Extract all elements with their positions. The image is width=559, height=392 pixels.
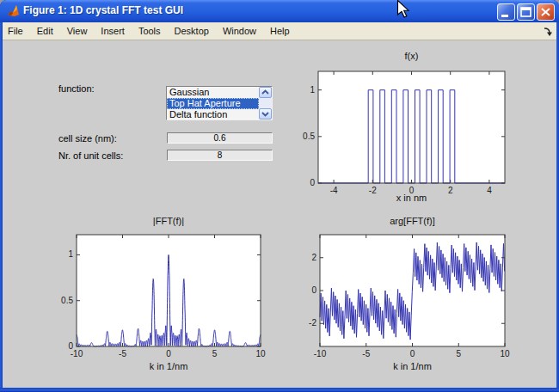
menu-item-help[interactable]: Help	[263, 24, 297, 38]
tick-label: 0	[156, 349, 181, 358]
matlab-icon	[6, 4, 20, 18]
scrollbar-track[interactable]	[259, 98, 272, 108]
tick-label: 0	[287, 285, 316, 295]
chevron-down-icon	[261, 111, 269, 117]
menu-item-view[interactable]: View	[60, 24, 95, 38]
unit-cells-label: Nr. of unit cells:	[58, 150, 123, 161]
menu-item-desktop[interactable]: Desktop	[168, 24, 216, 38]
scroll-down-button[interactable]	[259, 108, 272, 119]
menu-item-insert[interactable]: Insert	[94, 24, 132, 38]
function-label: function:	[58, 83, 95, 94]
listbox-option-top-hat-aperture[interactable]: Top Hat Aperture	[167, 98, 259, 109]
tick-label: 10	[492, 349, 518, 358]
tick-label: -10	[307, 349, 333, 358]
tick-label: 0	[400, 349, 426, 358]
minimize-icon	[499, 5, 513, 19]
tick-label: 2	[438, 186, 464, 195]
tick-label: 1	[286, 85, 315, 95]
chart-xlabel-fft-phase: k in 1/nm	[320, 361, 505, 371]
figure-window: Figure 1: 1D crystal FFT test GUI File E…	[0, 0, 559, 392]
tick-label: 0	[44, 341, 73, 351]
function-listbox[interactable]: Gaussian Top Hat Aperture Delta function	[166, 86, 273, 120]
cell-size-label: cell size (nm):	[58, 133, 117, 144]
tick-label: 5	[202, 349, 228, 358]
listbox-option-gaussian[interactable]: Gaussian	[167, 87, 259, 98]
tick-label: 0	[399, 186, 425, 195]
tick-label: 0.5	[286, 132, 315, 141]
unit-cells-input[interactable]	[167, 150, 273, 161]
dock-figure-icon[interactable]	[542, 26, 553, 37]
mouse-cursor	[396, 0, 410, 22]
menu-item-window[interactable]: Window	[216, 24, 263, 38]
tick-label: 4	[476, 186, 502, 195]
tick-label: -2	[287, 318, 316, 328]
titlebar[interactable]: Figure 1: 1D crystal FFT test GUI	[0, 0, 559, 22]
minimize-button[interactable]	[497, 3, 515, 21]
tick-label: -5	[353, 349, 379, 358]
menu-item-tools[interactable]: Tools	[132, 24, 168, 38]
chart-xlabel-fft-mag: k in 1/nm	[77, 361, 261, 371]
listbox-scrollbar[interactable]	[259, 87, 272, 119]
tick-label: -5	[110, 349, 136, 358]
tick-label: 0	[286, 178, 315, 187]
maximize-icon	[519, 5, 533, 19]
close-icon	[538, 5, 553, 19]
menubar: File Edit View Insert Tools Desktop Wind…	[1, 22, 558, 40]
window-buttons	[497, 3, 555, 21]
tick-label: 5	[445, 349, 471, 358]
window-border-left	[0, 22, 3, 392]
tick-label: 1	[44, 249, 73, 259]
tick-label: 0.5	[44, 296, 73, 305]
tick-label: -2	[359, 186, 385, 195]
chart-title-fft-phase: arg[FFT(f)]	[320, 216, 505, 226]
chart-title-fft-mag: |FFT(f)|	[77, 216, 261, 226]
window-border-bottom	[0, 388, 559, 392]
menu-item-file[interactable]: File	[1, 24, 30, 38]
tick-label: 2	[287, 253, 316, 262]
cell-size-input[interactable]	[167, 132, 273, 144]
chart-title-fx: f(x)	[318, 51, 505, 61]
tick-label: -4	[321, 186, 347, 195]
listbox-option-delta-function[interactable]: Delta function	[167, 109, 259, 120]
close-button[interactable]	[537, 3, 555, 21]
chevron-up-icon	[261, 89, 269, 95]
menu-item-edit[interactable]: Edit	[30, 24, 60, 38]
tick-label: 10	[248, 349, 273, 358]
maximize-button[interactable]	[517, 3, 535, 21]
listbox-options: Gaussian Top Hat Aperture Delta function	[167, 87, 259, 119]
scroll-up-button[interactable]	[259, 87, 272, 98]
window-title: Figure 1: 1D crystal FFT test GUI	[23, 4, 183, 16]
